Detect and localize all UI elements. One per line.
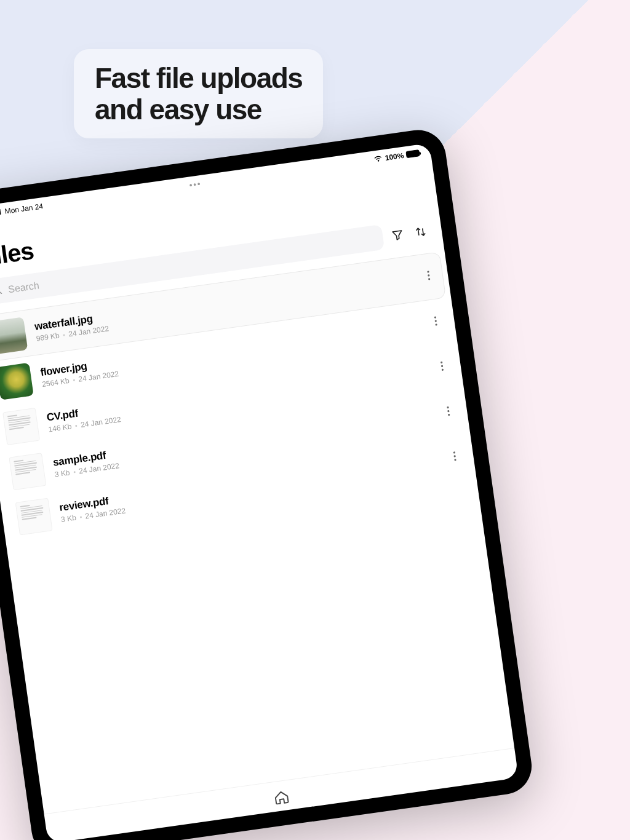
home-icon[interactable] <box>272 788 292 807</box>
svg-point-12 <box>447 410 450 413</box>
document-icon <box>9 453 46 490</box>
file-list: waterfall.jpg989 Kb24 Jan 2022flower.jpg… <box>0 247 514 814</box>
file-size: 3 Kb <box>60 513 76 524</box>
svg-point-10 <box>442 369 444 371</box>
promo-line-1: Fast file uploads <box>95 62 302 94</box>
more-icon[interactable] <box>424 267 434 285</box>
wifi-icon <box>373 155 383 162</box>
filter-icon[interactable] <box>388 225 407 245</box>
file-size: 3 Kb <box>54 468 70 478</box>
sort-icon[interactable] <box>411 222 431 242</box>
more-icon[interactable] <box>444 403 453 421</box>
svg-point-3 <box>428 274 430 277</box>
svg-point-13 <box>448 414 450 416</box>
svg-point-11 <box>447 406 449 409</box>
multitask-dots-icon: ••• <box>189 179 202 190</box>
svg-point-16 <box>454 459 457 461</box>
battery-pct: 100% <box>385 151 404 162</box>
svg-point-6 <box>434 320 437 322</box>
svg-point-5 <box>434 316 437 319</box>
promo-line-2: and easy use <box>95 93 261 125</box>
search-icon <box>0 284 3 298</box>
svg-point-8 <box>441 362 443 364</box>
document-icon <box>2 408 40 445</box>
battery-icon <box>405 149 420 158</box>
document-icon <box>15 498 53 536</box>
svg-point-9 <box>441 365 444 368</box>
svg-point-4 <box>428 278 431 280</box>
image-thumbnail <box>0 317 28 354</box>
svg-point-14 <box>453 451 456 454</box>
file-size: 146 Kb <box>48 422 73 434</box>
more-icon[interactable] <box>437 359 447 376</box>
more-icon[interactable] <box>431 313 441 331</box>
file-size: 989 Kb <box>36 331 60 343</box>
screen: 2:00 PM Mon Jan 24 ••• 100% Files <box>0 143 519 840</box>
svg-point-2 <box>427 271 429 273</box>
image-thumbnail <box>0 363 34 400</box>
more-icon[interactable] <box>450 448 460 466</box>
svg-point-15 <box>453 455 456 458</box>
svg-line-1 <box>0 291 1 293</box>
svg-point-7 <box>435 323 437 326</box>
promo-card: Fast file uploads and easy use <box>74 49 323 138</box>
promo-heading: Fast file uploads and easy use <box>95 63 302 125</box>
tablet-frame: 2:00 PM Mon Jan 24 ••• 100% Files <box>0 127 535 840</box>
